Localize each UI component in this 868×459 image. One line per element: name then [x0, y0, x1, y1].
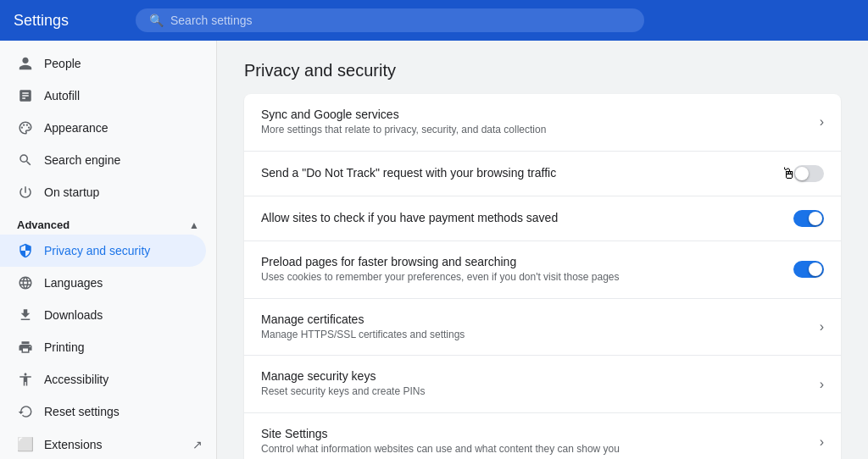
sidebar-item-appearance[interactable]: Appearance [0, 112, 206, 144]
settings-row-payment[interactable]: Allow sites to check if you have payment… [244, 196, 841, 241]
app-title: Settings [14, 12, 115, 30]
sidebar-item-autofill[interactable]: Autofill [0, 80, 206, 112]
row-subtitle-security-keys: Reset security keys and create PINs [261, 384, 806, 399]
sidebar-item-label: Search engine [44, 153, 120, 167]
sidebar-item-label: Reset settings [44, 405, 120, 418]
search-engine-icon [17, 152, 34, 168]
sidebar-item-printing[interactable]: Printing [0, 331, 206, 363]
downloads-icon [17, 307, 34, 323]
settings-card: Sync and Google services More settings t… [244, 94, 841, 459]
svg-point-0 [21, 127, 23, 129]
toggle-thumb [809, 212, 822, 225]
advanced-section-label: Advanced [17, 218, 70, 231]
chevron-right-icon: › [820, 434, 824, 450]
page-title: Privacy and security [244, 61, 841, 80]
languages-icon [17, 275, 34, 290]
header: Settings 🔍 [0, 0, 868, 41]
settings-row-dnt[interactable]: Send a "Do Not Track" request with your … [244, 152, 841, 196]
row-text: Site Settings Control what information w… [261, 427, 806, 456]
toggle-dnt[interactable] [793, 165, 824, 182]
row-text: Allow sites to check if you have payment… [261, 211, 780, 226]
content-area: Privacy and security Sync and Google ser… [217, 41, 868, 459]
settings-row-sync[interactable]: Sync and Google services More settings t… [244, 94, 841, 152]
sidebar-item-privacy[interactable]: Privacy and security [0, 235, 206, 267]
toggle-thumb [795, 167, 809, 180]
row-title-preload: Preload pages for faster browsing and se… [261, 255, 780, 268]
sidebar-item-label: People [44, 57, 81, 70]
external-link-icon: ↗ [192, 438, 203, 451]
settings-row-security-keys[interactable]: Manage security keys Reset security keys… [244, 356, 841, 413]
search-icon: 🔍 [149, 14, 164, 27]
sidebar-item-downloads[interactable]: Downloads [0, 299, 206, 331]
sidebar-item-accessibility[interactable]: Accessibility [0, 363, 206, 395]
sidebar-item-label: Languages [44, 276, 103, 290]
chevron-up-icon: ▲ [189, 219, 199, 231]
sidebar-item-languages[interactable]: Languages [0, 267, 206, 299]
advanced-section-header[interactable]: Advanced ▲ [0, 208, 216, 235]
sidebar-item-search-engine[interactable]: Search engine [0, 144, 206, 176]
svg-point-2 [26, 124, 28, 126]
people-icon [17, 56, 34, 71]
printing-icon [17, 340, 34, 355]
sidebar-item-label: Printing [44, 340, 84, 354]
row-text: Manage security keys Reset security keys… [261, 369, 806, 399]
row-text: Sync and Google services More settings t… [261, 108, 806, 137]
accessibility-icon [17, 372, 34, 387]
sidebar-item-label: Appearance [44, 121, 108, 135]
row-subtitle-certificates: Manage HTTPS/SSL certificates and settin… [261, 328, 806, 342]
sidebar-item-people[interactable]: People [0, 47, 206, 80]
puzzle-icon: ⬜ [17, 436, 34, 452]
sidebar-item-extensions[interactable]: ⬜ Extensions ↗ [0, 428, 216, 459]
settings-row-certificates[interactable]: Manage certificates Manage HTTPS/SSL cer… [244, 299, 841, 357]
chevron-right-icon: › [820, 377, 824, 392]
row-subtitle-site-settings: Control what information websites can us… [261, 442, 806, 456]
row-title-sync: Sync and Google services [261, 108, 806, 121]
svg-point-3 [28, 127, 30, 129]
row-title-site-settings: Site Settings [261, 427, 806, 440]
row-text: Send a "Do Not Track" request with your … [261, 166, 780, 181]
on-startup-icon [17, 185, 34, 200]
main-content: People Autofill Appearance Search engine… [0, 41, 868, 459]
search-bar[interactable]: 🔍 [136, 8, 644, 32]
row-title-payment: Allow sites to check if you have payment… [261, 211, 780, 224]
svg-point-1 [23, 124, 25, 126]
sidebar-item-label: Accessibility [44, 373, 108, 386]
sidebar-item-label: Autofill [44, 89, 80, 102]
chevron-right-icon: › [820, 114, 824, 130]
chevron-right-icon: › [820, 319, 824, 335]
row-text: Manage certificates Manage HTTPS/SSL cer… [261, 312, 806, 342]
row-title-dnt: Send a "Do Not Track" request with your … [261, 166, 780, 180]
row-title-security-keys: Manage security keys [261, 369, 806, 383]
row-subtitle-sync: More settings that relate to privacy, se… [261, 123, 806, 137]
privacy-icon [17, 243, 34, 258]
toggle-payment[interactable] [793, 210, 824, 227]
sidebar-item-label: Downloads [44, 308, 103, 322]
settings-row-preload[interactable]: Preload pages for faster browsing and se… [244, 241, 841, 299]
row-subtitle-preload: Uses cookies to remember your preference… [261, 270, 780, 285]
reset-icon [17, 404, 34, 419]
sidebar-item-reset[interactable]: Reset settings [0, 395, 206, 428]
settings-row-site-settings[interactable]: Site Settings Control what information w… [244, 413, 841, 459]
sidebar-item-label: Privacy and security [44, 244, 150, 257]
sidebar: People Autofill Appearance Search engine… [0, 41, 217, 459]
row-text: Preload pages for faster browsing and se… [261, 255, 780, 285]
autofill-icon [17, 88, 34, 103]
sidebar-item-label: On startup [44, 185, 99, 199]
appearance-icon [17, 120, 34, 135]
sidebar-item-on-startup[interactable]: On startup [0, 176, 206, 208]
extensions-label: Extensions [44, 438, 102, 451]
search-input[interactable] [170, 14, 631, 27]
toggle-preload[interactable] [793, 261, 824, 278]
row-title-certificates: Manage certificates [261, 312, 806, 326]
